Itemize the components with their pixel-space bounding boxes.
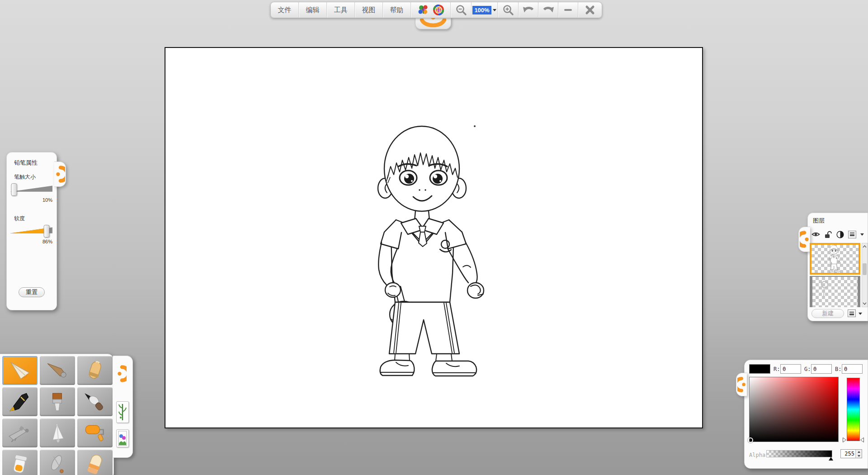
- layers-panel-handle[interactable]: [798, 227, 810, 252]
- softness-slider[interactable]: [10, 225, 52, 238]
- alpha-label: Alpha: [749, 452, 765, 458]
- menu-file[interactable]: 文件: [271, 2, 299, 18]
- tool-paint-jar[interactable]: [2, 450, 38, 475]
- menu-view[interactable]: 视图: [355, 2, 383, 18]
- drawing-canvas[interactable]: [165, 47, 703, 428]
- alpha-marker[interactable]: [829, 457, 833, 461]
- boy-line-drawing: [375, 124, 491, 381]
- tool-airbrush[interactable]: [2, 418, 38, 447]
- zoom-level-value[interactable]: 100%: [472, 6, 491, 14]
- menu-tools[interactable]: 工具: [327, 2, 355, 18]
- reset-button[interactable]: 重置: [19, 287, 45, 297]
- mascot-face: [411, 2, 451, 18]
- softness-slider-thumb[interactable]: [43, 225, 49, 238]
- tool-flat-brush[interactable]: [40, 387, 75, 416]
- close-icon: [585, 5, 595, 15]
- alpha-value-input[interactable]: [841, 450, 855, 458]
- pencil-properties-panel: 铅笔属性 笔触大小 10% 软度 86% 重置: [6, 152, 57, 310]
- pencil-icon: [7, 360, 33, 381]
- layer-opacity-half-circle-icon[interactable]: [836, 231, 844, 238]
- hue-marker-left[interactable]: [843, 437, 846, 442]
- zoom-out-button[interactable]: [451, 2, 472, 18]
- r-label: R:: [774, 366, 780, 372]
- layer-scrollbar[interactable]: [862, 243, 868, 307]
- redo-button[interactable]: [538, 2, 558, 18]
- tool-paint-roller[interactable]: [77, 418, 113, 447]
- layer-row-2[interactable]: [810, 276, 860, 307]
- layer-list: [810, 243, 860, 307]
- tool-chinese-brush[interactable]: [77, 387, 113, 416]
- g-label: G:: [804, 366, 811, 372]
- brush-size-value: 10%: [10, 197, 52, 203]
- layer-icon-row: [811, 229, 865, 239]
- fountain-pen-icon: [7, 391, 33, 412]
- layers-panel-title: 图层: [813, 217, 825, 225]
- layer-menu-caret-icon[interactable]: [860, 233, 864, 236]
- tool-fountain-pen[interactable]: [2, 387, 38, 416]
- tool-charcoal-stick[interactable]: [40, 356, 75, 385]
- stray-pencil-mark: [474, 125, 476, 127]
- sv-selector-ring[interactable]: [748, 437, 753, 443]
- current-color-swatch[interactable]: [749, 364, 770, 374]
- layers-panel: 图层: [807, 213, 868, 321]
- paint-jar-icon: [7, 454, 33, 475]
- hue-bar[interactable]: [847, 378, 860, 441]
- mascot-chin: [415, 17, 451, 29]
- color-panel-handle[interactable]: [736, 373, 747, 396]
- b-input[interactable]: [842, 364, 863, 374]
- mascot-smile-icon: [419, 19, 448, 28]
- undo-button[interactable]: [519, 2, 538, 18]
- tool-quill-pen[interactable]: [40, 450, 75, 475]
- mascot-right-eye-icon[interactable]: [432, 4, 445, 16]
- tool-crayon[interactable]: [77, 356, 113, 385]
- brush-size-slider-thumb[interactable]: [11, 183, 17, 196]
- scrollbar-thumb[interactable]: [863, 263, 867, 275]
- stamp-pictures-preview-button[interactable]: [116, 429, 129, 447]
- quill-pen-icon: [44, 454, 71, 475]
- tool-palette-handle[interactable]: [117, 363, 127, 384]
- layer-lock-open-icon[interactable]: [824, 231, 832, 238]
- zoom-dropdown-caret-icon[interactable]: [493, 9, 496, 11]
- eraser-icon: [82, 454, 108, 475]
- tool-eraser[interactable]: [77, 450, 113, 475]
- r-input[interactable]: [780, 364, 801, 374]
- alpha-slider[interactable]: [766, 450, 832, 457]
- menu-help[interactable]: 帮助: [383, 2, 411, 18]
- layer-menu-button[interactable]: [848, 231, 856, 238]
- panel-handle-icon: [737, 375, 746, 394]
- alpha-spin-up-icon[interactable]: [856, 450, 862, 454]
- g-input[interactable]: [811, 364, 832, 374]
- scroll-up-icon[interactable]: [862, 243, 867, 250]
- scroll-down-icon[interactable]: [862, 300, 867, 307]
- nature-brushes-preview-button[interactable]: [116, 401, 129, 423]
- flat-brush-icon: [44, 391, 71, 412]
- softness-slider-fill: [10, 227, 47, 236]
- stamp-picture-icon: [118, 431, 127, 446]
- zoom-in-button[interactable]: [498, 2, 519, 18]
- zoom-level-combo[interactable]: 100%: [472, 2, 498, 18]
- new-layer-button[interactable]: 新建: [811, 309, 844, 318]
- zoom-in-icon: [502, 4, 514, 16]
- saturation-value-square[interactable]: [749, 377, 839, 442]
- close-button[interactable]: [578, 2, 601, 18]
- paint-roller-icon: [82, 423, 108, 443]
- tool-palette-side-tab: [113, 356, 133, 458]
- mascot-left-eye-icon[interactable]: [417, 4, 429, 16]
- redo-icon: [542, 4, 555, 16]
- layer-options-caret-icon[interactable]: [859, 313, 862, 315]
- tool-pencil[interactable]: [2, 356, 38, 385]
- menu-edit[interactable]: 编辑: [299, 2, 327, 18]
- brush-size-slider[interactable]: [10, 183, 52, 196]
- tool-grid: [2, 356, 113, 475]
- alpha-spin-down-icon[interactable]: [856, 454, 862, 458]
- layer-options-button[interactable]: [848, 309, 856, 317]
- layer-visibility-eye-icon[interactable]: [811, 231, 820, 238]
- hue-marker-right[interactable]: [860, 437, 864, 442]
- tool-palette-knife[interactable]: [40, 418, 75, 447]
- layer-row-1[interactable]: [810, 243, 860, 275]
- color-picker-panel: R: G: B: Alpha: [744, 360, 868, 469]
- pencil-panel-handle[interactable]: [54, 162, 66, 187]
- charcoal-stick-icon: [44, 360, 71, 381]
- minimize-button[interactable]: [558, 2, 578, 18]
- palette-knife-icon: [44, 423, 71, 443]
